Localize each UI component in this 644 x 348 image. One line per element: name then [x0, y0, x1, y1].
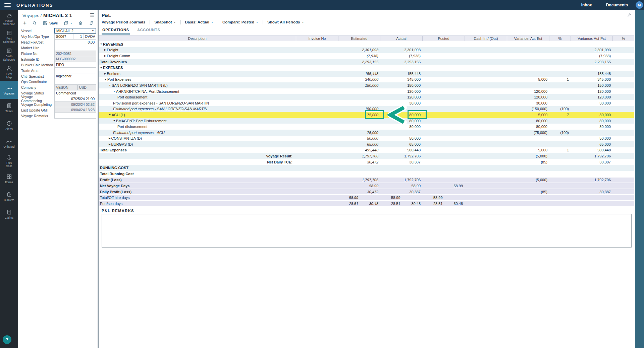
- row-value: [465, 53, 507, 59]
- pnl-row-port-disbursement[interactable]: Port disbursement80,00080,00080,000: [99, 124, 634, 130]
- save-button[interactable]: Save: [41, 20, 60, 26]
- sidebar-item-alerts[interactable]: Alerts: [0, 117, 18, 134]
- menu-icon[interactable]: [4, 3, 11, 7]
- column-header[interactable]: Invoice No: [296, 36, 338, 41]
- search-icon[interactable]: [30, 20, 39, 26]
- copy-button[interactable]: ▼: [62, 20, 74, 26]
- column-header[interactable]: Description: [99, 36, 296, 41]
- field-input-voy-no-opr-type[interactable]: 1: [73, 33, 84, 40]
- sidebar-item-port-calls[interactable]: PortCalls: [0, 152, 18, 170]
- collapse-triangle-icon[interactable]: ▼: [113, 120, 115, 122]
- field-input-voyage-remarks[interactable]: [54, 113, 96, 119]
- pnl-row-revenues[interactable]: ▼REVENUES: [99, 41, 634, 47]
- sidebar-item-berth-schedule[interactable]: BerthSchedule: [0, 46, 18, 63]
- delete-icon[interactable]: [76, 20, 85, 26]
- pnl-row-provisional-port-expenses-san-lorenzo-san-martin[interactable]: Provisional port expenses - SAN LORENZO-…: [99, 100, 634, 106]
- pnl-row-freight[interactable]: ▶Freight2,301,0932,301,0932,301,093: [99, 47, 634, 53]
- pnl-row-constantza-d-[interactable]: ▶CONSTANTZA (D)50,00050,00050,000: [99, 136, 634, 142]
- panel-menu-icon[interactable]: ☰: [90, 13, 95, 18]
- help-button[interactable]: ?: [3, 335, 11, 344]
- pnl-row-expenses[interactable]: ▼EXPENSES: [99, 65, 634, 71]
- pnl-row-ahknightchina-port-disbursement[interactable]: ▼AHKNIGHTCHINA: Port Disbursement120,000…: [99, 88, 634, 94]
- row-value: [296, 141, 338, 147]
- field-input-voy-no-opr-type[interactable]: OVOV: [84, 33, 97, 40]
- field-input-voy-no-opr-type[interactable]: S0067: [54, 33, 73, 40]
- expand-triangle-icon[interactable]: ▶: [104, 55, 106, 57]
- sidebar-item-fleet-map[interactable]: FleetMap: [0, 63, 18, 81]
- row-value: [422, 147, 465, 153]
- pnl-row-san-lorenzo-san-martin-l-[interactable]: ▼SAN LORENZO-SAN MARTIN (L)150,000150,00…: [99, 82, 634, 88]
- field-input-vessel[interactable]: MICHAIL 2▼: [54, 28, 96, 34]
- pnl-row-burgas-d-[interactable]: ▶BURGAS (D)65,00065,00065,000: [99, 141, 634, 147]
- expand-triangle-icon[interactable]: ▶: [104, 49, 106, 51]
- column-header[interactable]: Cash In / (Out): [465, 36, 507, 41]
- row-value: [296, 106, 338, 112]
- field-input-bunker-calc-method[interactable]: FIFO: [54, 62, 96, 68]
- pnl-row-estimated-port-expenses-acu[interactable]: Estimated port expenses - ACU75,000(75,0…: [99, 130, 634, 136]
- pnl-row-port-expenses[interactable]: ▼Port Expenses340,000345,0005,0001345,00…: [99, 77, 634, 83]
- refresh-icon[interactable]: [87, 20, 96, 26]
- collapse-triangle-icon[interactable]: ▼: [109, 84, 111, 86]
- field-input-trade-area[interactable]: [54, 67, 96, 73]
- column-header[interactable]: Posted: [422, 36, 465, 41]
- collapse-triangle-icon[interactable]: ▼: [100, 67, 102, 69]
- pnl-row-bunkers[interactable]: ▶Bunkers155,448155,448155,448: [99, 71, 634, 77]
- pnl-toolbar-snapshot[interactable]: Snapshot▼: [150, 20, 180, 24]
- pnl-toolbar-voyage-period-journals[interactable]: Voyage Period Journals: [102, 20, 150, 24]
- field-input-voyage-commencing[interactable]: 07/25/24 21:00: [54, 96, 96, 102]
- inbox-link[interactable]: Inbox: [581, 3, 592, 7]
- sidebar-item-forms[interactable]: Forms: [0, 170, 18, 188]
- pnl-row-total-expenses[interactable]: Total Expenses495,448500,4485,0001500,44…: [99, 147, 634, 153]
- pnl-row-daily-profit-loss-[interactable]: Daily Profit (Loss)30,47230,387(85)30,38…: [99, 189, 634, 195]
- tab-operations[interactable]: OPERATIONS: [102, 28, 130, 34]
- sidebar-item-tasks[interactable]: Tasks: [0, 99, 18, 117]
- column-header[interactable]: %: [549, 36, 571, 41]
- collapse-triangle-icon[interactable]: ▼: [109, 114, 111, 116]
- tab-accounts[interactable]: ACCOUNTS: [137, 28, 161, 34]
- pnl-toolbar-compare-posted[interactable]: Compare: Posted▼: [218, 20, 263, 24]
- pin-icon[interactable]: [627, 13, 632, 19]
- column-header[interactable]: Estimated: [338, 36, 380, 41]
- pnl-row-port-disbursement[interactable]: Port disbursement120,000120,000120,000: [99, 94, 634, 100]
- documents-link[interactable]: Documents: [606, 3, 628, 7]
- column-header[interactable]: Variance: Act-Pst: [571, 36, 612, 41]
- field-input-ops-coordinator[interactable]: [54, 79, 96, 85]
- sidebar-item-voyages[interactable]: Voyages: [0, 81, 18, 99]
- pnl-row-total-revenues[interactable]: Total Revenues2,293,1552,293,1552,293,15…: [99, 59, 634, 65]
- sidebar-item-onboard[interactable]: Onboard: [0, 134, 18, 152]
- field-input-voyage-status[interactable]: Commenced: [54, 90, 96, 96]
- column-header[interactable]: %: [612, 36, 634, 41]
- sidebar-item-vessel-schedule[interactable]: VesselSchedule: [0, 10, 18, 28]
- pnl-row-total-off-hire-days[interactable]: Total/Off hire days58.9958.9958.99: [99, 194, 634, 200]
- pnl-toolbar-basis-actual[interactable]: Basis: Actual▼: [181, 20, 218, 24]
- pnl-row-net-voyage-days[interactable]: Net Voyage Days58.9958.9958.99: [99, 183, 634, 189]
- row-value: 58.99: [380, 183, 422, 189]
- pnl-row-total-running-cost[interactable]: Total Running Cost: [99, 171, 634, 177]
- pnl-row-freight-comm-[interactable]: ▶Freight Comm.(7,938)(7,938)(7,938): [99, 53, 634, 59]
- avatar[interactable]: M: [636, 1, 643, 9]
- column-header[interactable]: Actual: [380, 36, 422, 41]
- row-value: [296, 159, 338, 165]
- pnl-row-running-cost[interactable]: RUNNING COST: [99, 165, 634, 171]
- collapse-triangle-icon[interactable]: ▼: [104, 78, 107, 81]
- sidebar-item-claims[interactable]: Claims: [0, 205, 18, 223]
- expand-triangle-icon[interactable]: ▶: [109, 143, 110, 146]
- expand-triangle-icon[interactable]: ▶: [109, 137, 110, 140]
- pnl-row-port-sea-days[interactable]: Port/sea days28.5130.4828.5130.4828.5130…: [99, 200, 634, 206]
- field-input-chtr-specialist[interactable]: mgkochar: [54, 73, 96, 79]
- expand-triangle-icon[interactable]: ▶: [104, 72, 106, 75]
- collapse-triangle-icon[interactable]: ▼: [113, 90, 115, 92]
- add-button[interactable]: +: [21, 21, 28, 25]
- pnl-row-profit-loss-[interactable]: Profit (Loss)1,797,7061,792,706(5,000)1,…: [99, 177, 634, 183]
- sidebar-item-bunkers[interactable]: Bunkers: [0, 188, 18, 205]
- pnl-toolbar-show-all-periods[interactable]: Show: All Periods▼: [263, 20, 308, 24]
- collapse-triangle-icon[interactable]: ▼: [100, 43, 102, 45]
- pnl-row-voyage-result-[interactable]: Voyage Result:1,797,7061,792,706(5,000)1…: [99, 153, 634, 159]
- pnl-row-net-daily-tce-[interactable]: Net Daily TCE:30,47230,387(85)30,387: [99, 159, 634, 165]
- breadcrumb[interactable]: Voyages /: [22, 13, 42, 18]
- field-input-head-fix-cost[interactable]: 0.00: [54, 39, 96, 45]
- pnl-remarks-input[interactable]: [102, 214, 632, 248]
- sidebar-item-port-schedule[interactable]: PortSchedule: [0, 28, 18, 46]
- column-header[interactable]: Variance: Act-Est: [507, 36, 549, 41]
- field-input-market-hire[interactable]: [54, 45, 96, 51]
